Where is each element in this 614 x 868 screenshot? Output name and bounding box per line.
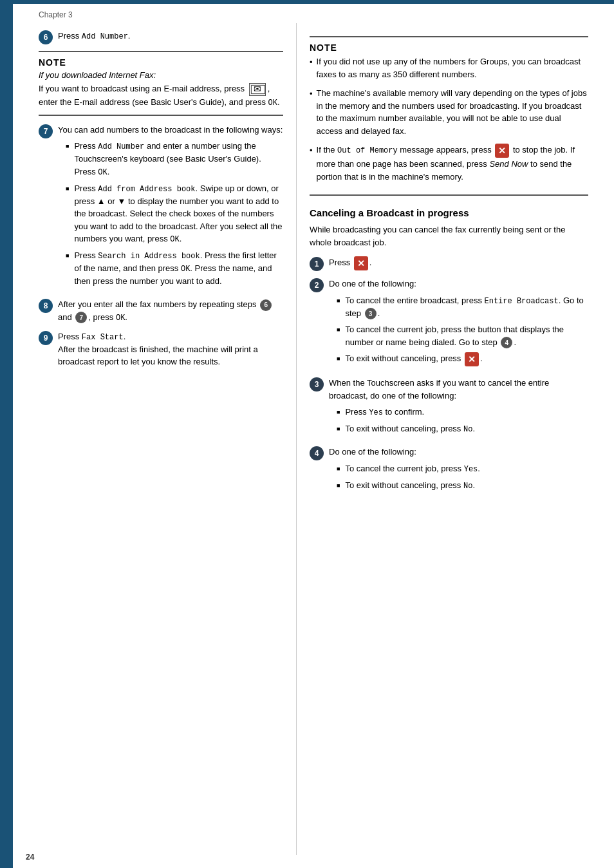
step-6-row: 6 Press Add Number.: [39, 30, 283, 44]
cancel-step-3-circle: 3: [310, 377, 324, 392]
add-number-code: Add Number: [98, 142, 144, 151]
step-7-bullet-3: Press Search in Address book. Press the …: [66, 249, 283, 288]
note-ok-code: OK: [268, 99, 277, 108]
note-right-text-2: The machine's available memory will vary…: [317, 87, 588, 137]
add-from-ab-code: Add from Address book: [98, 185, 195, 194]
cancel-step-3-row: 3 When the Touchscreen asks if you want …: [310, 377, 588, 439]
step-6-period: .: [128, 31, 131, 41]
cancel-step-3-intro: When the Touchscreen asks if you want to…: [329, 377, 588, 402]
chapter-label: Chapter 3: [0, 4, 614, 23]
cancel-step-3-text: When the Touchscreen asks if you want to…: [329, 377, 588, 439]
step-ref-7: 7: [75, 312, 87, 323]
ok-code-3: OK: [181, 265, 190, 274]
left-panel: 6 Press Add Number. NOTE If you download…: [0, 23, 296, 855]
note-italic-left: If you downloaded Internet Fax:: [39, 70, 283, 80]
note-title-left: NOTE: [39, 57, 283, 68]
step-ref-3: 3: [365, 308, 377, 319]
cancel-step-1-row: 1 Press ✕.: [310, 256, 588, 271]
step-ref-4: 4: [501, 337, 512, 348]
step-ref-6: 6: [260, 299, 272, 311]
step-6-circle: 6: [39, 30, 53, 44]
step-9-row: 9 Press Fax Start. After the broadcast i…: [39, 330, 283, 368]
content-area: 6 Press Add Number. NOTE If you download…: [0, 23, 614, 868]
fax-start-code: Fax Start: [82, 333, 124, 342]
right-panel: NOTE • If you did not use up any of the …: [296, 23, 614, 855]
step-6-code: Add Number: [82, 32, 128, 41]
no-code-3: No: [463, 425, 472, 434]
step-6-press-label: Press: [58, 31, 82, 41]
note-box-right: NOTE • If you did not use up any of the …: [310, 36, 588, 196]
cancel-step-2-row: 2 Do one of the following: To cancel the…: [310, 278, 588, 370]
cancel-step-4-bullets: To cancel the current job, press Yes. To…: [329, 462, 588, 492]
cancel-step-1-circle: 1: [310, 257, 324, 271]
cancel-bullet-4-1: To cancel the current job, press Yes.: [337, 462, 588, 475]
cancel-heading: Canceling a Broadcast in progress: [310, 207, 588, 218]
step-7-bullet-2: Press Add from Address book. Swipe up or…: [66, 182, 283, 246]
cancel-step-4-circle: 4: [310, 446, 324, 460]
cancel-bullet-2-3: To exit without canceling, press ✕.: [337, 352, 588, 366]
note-right-bullet-3: • If the Out of Memory message appears, …: [310, 144, 588, 183]
cancel-step-4-intro: Do one of the following:: [329, 446, 588, 458]
no-code-4: No: [463, 482, 472, 491]
x-icon-step1: ✕: [354, 256, 368, 270]
cancel-step-2-circle: 2: [310, 278, 324, 292]
cancel-step-2-intro: Do one of the following:: [329, 278, 588, 290]
step-8-circle: 8: [39, 299, 53, 313]
step-7-intro: You can add numbers to the broadcast in …: [58, 124, 283, 137]
yes-code-3: Yes: [369, 408, 383, 417]
bullet-dot-2: •: [310, 88, 313, 100]
cancel-bullet-3-2: To exit without canceling, press No.: [337, 422, 588, 435]
cancel-bullet-2-1: To cancel the entire broadcast, press En…: [337, 294, 588, 320]
note-right-bullet-2: • The machine's available memory will va…: [310, 87, 588, 137]
step-7-circle: 7: [39, 124, 53, 138]
page: Chapter 3 6 Press Add Number. NOTE If yo…: [0, 0, 614, 868]
ok-code-1: OK: [98, 168, 107, 177]
step-9-press: Press Fax Start.: [58, 330, 283, 343]
cancel-intro: While broadcasting you can cancel the fa…: [310, 223, 588, 249]
cancel-step-4-text: Do one of the following: To cancel the c…: [329, 446, 588, 496]
step-9-circle: 9: [39, 331, 53, 345]
note-title-right: NOTE: [310, 42, 588, 53]
step-8-row: 8 After you enter all the fax numbers by…: [39, 298, 283, 324]
envelope-icon: ✉: [249, 83, 266, 96]
search-in-ab-code: Search in Address book: [98, 252, 200, 261]
note-body-left: If you want to broadcast using an E-mail…: [39, 82, 283, 109]
yes-code-4: Yes: [464, 465, 478, 474]
cancel-bullet-4-2: To exit without canceling, press No.: [337, 479, 588, 492]
cancel-bullet-3-1: Press Yes to confirm.: [337, 406, 588, 419]
ok-code-8: OK: [116, 314, 125, 323]
out-of-memory-code: Out of Memory: [337, 146, 398, 155]
step-9-text: Press Fax Start. After the broadcast is …: [58, 330, 283, 368]
x-icon-bullet: ✕: [465, 352, 479, 366]
bullet-dot-3: •: [310, 144, 313, 157]
note-right-bullet-1: • If you did not use up any of the numbe…: [310, 55, 588, 80]
step-7-row: 7 You can add numbers to the broadcast i…: [39, 124, 283, 292]
step-6-text: Press Add Number.: [58, 30, 283, 42]
cancel-bullet-2-2: To cancel the current job, press the but…: [337, 323, 588, 348]
ok-code-2: OK: [170, 235, 179, 244]
send-now-label: Send Now: [489, 159, 528, 169]
step-7-bullet-1: Press Add Number and enter a number usin…: [66, 140, 283, 178]
note-right-text-3: If the Out of Memory message appears, pr…: [317, 144, 588, 183]
cancel-step-1-text: Press ✕.: [329, 256, 588, 270]
note-box-left: NOTE If you downloaded Internet Fax: If …: [39, 51, 283, 116]
page-number: 24: [26, 853, 34, 862]
cancel-step-4-row: 4 Do one of the following: To cancel the…: [310, 446, 588, 496]
cancel-step-2-bullets: To cancel the entire broadcast, press En…: [329, 294, 588, 367]
bullet-dot-1: •: [310, 56, 313, 69]
entire-broadcast-code: Entire Broadcast: [485, 297, 559, 306]
step-7-bullets: Press Add Number and enter a number usin…: [58, 140, 283, 288]
step-8-text: After you enter all the fax numbers by r…: [58, 298, 283, 324]
step-7-text: You can add numbers to the broadcast in …: [58, 124, 283, 292]
x-icon-note: ✕: [495, 144, 509, 158]
note-right-text-1: If you did not use up any of the numbers…: [317, 55, 588, 80]
step-9-after: After the broadcast is finished, the mac…: [58, 343, 283, 368]
left-accent: [0, 0, 13, 868]
cancel-step-2-text: Do one of the following: To cancel the e…: [329, 278, 588, 370]
cancel-step-3-bullets: Press Yes to confirm. To exit without ca…: [329, 406, 588, 435]
